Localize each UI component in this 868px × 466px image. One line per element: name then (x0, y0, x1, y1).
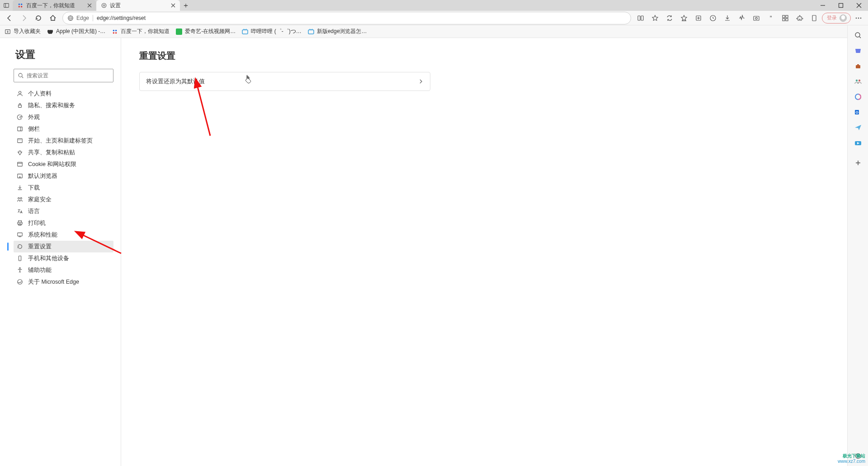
cookie-icon (16, 161, 24, 168)
profile-icon (16, 90, 24, 97)
system-icon (16, 231, 24, 238)
home-button[interactable] (46, 12, 60, 24)
rail-send-icon[interactable] (854, 123, 863, 132)
tab-actions-button[interactable] (0, 0, 13, 11)
svg-rect-80 (18, 233, 23, 236)
nav-profile[interactable]: 个人资料 (14, 88, 113, 100)
favorites-button[interactable] (677, 12, 691, 24)
bookmark-iqiyi[interactable]: 爱奇艺-在线视频网… (176, 28, 236, 35)
nav-accessibility[interactable]: 辅助功能 (14, 264, 113, 276)
settings-search-input[interactable] (27, 72, 109, 79)
tab-settings[interactable]: 设置 (96, 0, 180, 11)
nav-cookies[interactable]: Cookie 和网站权限 (14, 158, 113, 170)
login-label: 登录 (827, 14, 837, 21)
family-icon (16, 196, 24, 203)
bookmark-edge-tutorial[interactable]: 新版edge浏览器怎… (308, 28, 367, 35)
avatar-icon (840, 14, 847, 22)
forward-button[interactable] (17, 12, 31, 24)
close-window-button[interactable] (850, 0, 868, 11)
login-button[interactable]: 登录 (822, 13, 851, 24)
accessibility-icon (16, 266, 24, 274)
screenshot-button[interactable] (750, 12, 763, 24)
nav-language[interactable]: 语言 (14, 205, 113, 217)
appearance-icon (16, 114, 24, 121)
back-button[interactable] (3, 12, 16, 24)
reset-to-default-row[interactable]: 将设置还原为其默认值 (140, 72, 430, 90)
svg-rect-29 (786, 19, 788, 21)
nav-printers[interactable]: 打印机 (14, 217, 113, 229)
bookmark-label: 新版edge浏览器怎… (317, 28, 367, 35)
maximize-button[interactable] (832, 0, 850, 11)
refresh-button[interactable] (32, 12, 45, 24)
favorite-star-button[interactable] (648, 12, 662, 24)
rail-tools-icon[interactable] (854, 62, 863, 71)
nav-system[interactable]: 系统和性能 (14, 229, 113, 241)
bookmark-label: 百度一下，你就知道 (121, 28, 170, 35)
bookmark-apple[interactable]: Apple (中国大陆) -… (47, 28, 105, 35)
nav-appearance[interactable]: 外观 (14, 111, 113, 123)
url-input[interactable] (97, 15, 626, 21)
bookmark-label: 爱奇艺-在线视频网… (185, 28, 236, 35)
nav-share[interactable]: 共享、复制和粘贴 (14, 147, 113, 158)
extensions-button[interactable] (793, 12, 807, 24)
rail-people-icon[interactable] (854, 77, 863, 86)
new-tab-button[interactable]: ＋ (180, 0, 192, 11)
window-controls (814, 0, 868, 11)
svg-rect-13 (839, 4, 843, 8)
nav-sidebar[interactable]: 侧栏 (14, 123, 113, 135)
nav-default-browser[interactable]: 默认浏览器 (14, 170, 113, 182)
bilibili-icon (308, 29, 314, 35)
rail-video-icon[interactable] (854, 138, 863, 147)
svg-rect-79 (19, 224, 21, 226)
rail-copilot-icon[interactable] (854, 92, 863, 101)
baidu-favicon-icon (17, 2, 24, 9)
svg-line-63 (22, 76, 23, 78)
minimize-button[interactable] (814, 0, 832, 11)
site-label: Edge (76, 15, 89, 21)
tab-strip: 百度一下，你就知道 设置 ＋ (0, 0, 192, 11)
split-screen-button[interactable] (634, 12, 647, 24)
rail-shopping-icon[interactable] (854, 46, 863, 55)
rail-outlook-icon[interactable]: O (854, 108, 863, 117)
svg-line-48 (859, 37, 861, 38)
bookmark-bilibili[interactable]: 哔哩哔哩 (゜-゜)つ… (242, 28, 301, 35)
import-bookmarks-button[interactable]: 导入收藏夹 (5, 28, 41, 35)
read-aloud-button[interactable] (807, 12, 821, 24)
nav-label: 打印机 (28, 219, 46, 227)
nav-phone[interactable]: 手机和其他设备 (14, 252, 113, 264)
wellness-button[interactable] (735, 12, 749, 24)
svg-rect-66 (18, 127, 23, 131)
rail-search-icon[interactable] (854, 31, 863, 40)
bookmark-baidu[interactable]: 百度一下，你就知道 (112, 28, 170, 35)
settings-search[interactable] (14, 69, 113, 82)
svg-point-32 (856, 17, 857, 19)
nav-reset[interactable]: 重置设置 (14, 241, 113, 252)
toolbar: Edge ” 登录 (0, 11, 868, 25)
nav-about[interactable]: 关于 Microsoft Edge (14, 276, 113, 288)
svg-point-51 (855, 80, 857, 81)
sidebar-icon (16, 125, 24, 133)
nav-label: Cookie 和网站权限 (28, 161, 76, 168)
nav-label: 重置设置 (28, 243, 52, 251)
rail-add-button[interactable] (854, 158, 863, 167)
svg-rect-72 (18, 162, 23, 166)
apps-button[interactable] (778, 12, 792, 24)
downloads-button[interactable] (721, 12, 734, 24)
nav-downloads[interactable]: 下载 (14, 182, 113, 194)
sync-button[interactable] (663, 12, 676, 24)
svg-rect-41 (242, 30, 248, 34)
watermark-line2: www.xz7.com (838, 459, 865, 464)
address-bar[interactable]: Edge (62, 12, 631, 24)
history-button[interactable] (706, 12, 720, 24)
tab-baidu[interactable]: 百度一下，你就知道 (13, 0, 96, 11)
nav-family[interactable]: 家庭安全 (14, 194, 113, 205)
nav-start[interactable]: 开始、主页和新建标签页 (14, 135, 113, 147)
more-button[interactable] (852, 12, 865, 24)
collections-button[interactable] (692, 12, 705, 24)
quote-button[interactable]: ” (764, 12, 778, 24)
close-tab-button[interactable] (86, 2, 93, 9)
nav-privacy[interactable]: 隐私、搜索和服务 (14, 100, 113, 111)
close-tab-button[interactable] (170, 2, 176, 9)
site-identity[interactable]: Edge (67, 15, 89, 21)
svg-rect-40 (176, 29, 182, 35)
